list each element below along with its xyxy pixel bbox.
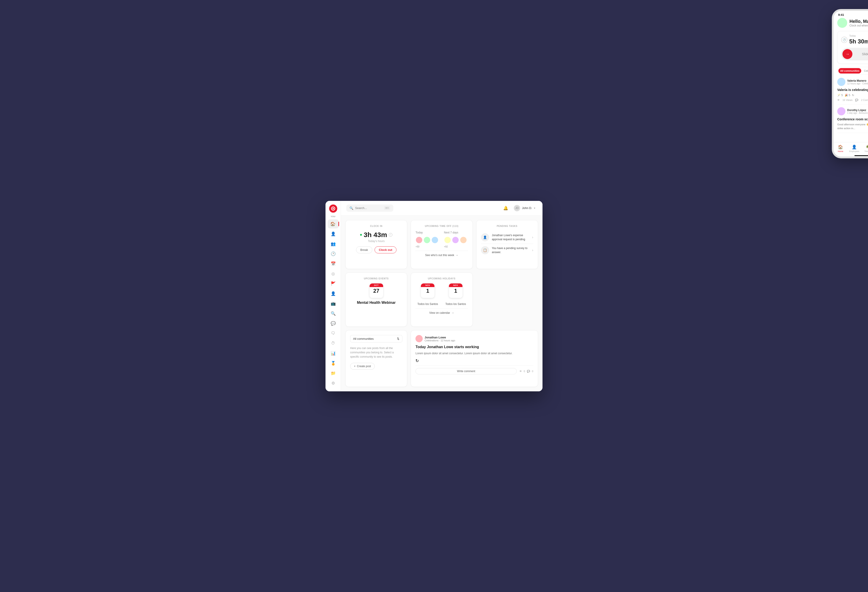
task-item[interactable]: 📋 You have a pending survey to answer. › (481, 244, 533, 256)
arrow-right-icon: → (452, 311, 454, 314)
flag-icon: 🚩 (331, 281, 336, 286)
sidebar-item-home[interactable]: 🏠 › (328, 219, 339, 228)
sidebar-item-user2[interactable]: 👤 (328, 289, 339, 298)
sidebar-item-chat[interactable]: 🗨 (328, 329, 339, 338)
phone-nav-timeoff[interactable]: 🌴 Time off (861, 145, 868, 152)
tab-celebrations[interactable]: Celebrations (862, 68, 868, 74)
communities-select[interactable]: All communities ⇅ (350, 335, 402, 342)
phone-nav-home[interactable]: 🏠 Home (834, 145, 847, 152)
user-menu[interactable]: JD John D. ▾ (512, 204, 537, 212)
next7-count: +92 (444, 246, 468, 248)
sidebar-item-tv[interactable]: 📺 (328, 299, 339, 308)
clock-buttons: Break Clock out (356, 246, 397, 253)
phone-clock-row: 5h 30m ∨ (849, 38, 868, 45)
party-emoji: 🎉 (845, 94, 848, 97)
holiday-day: 1 (426, 287, 429, 295)
search-input[interactable] (355, 206, 382, 210)
sidebar-item-calendar[interactable]: 📅 (328, 259, 339, 268)
sidebar-item-chart[interactable]: 📊 (328, 349, 339, 358)
phone-nav-employees[interactable]: 👤 Employees (847, 145, 861, 152)
phone-nav-timeoff-icon: 🌴 (865, 145, 868, 149)
phone-clock-card: 🕐 Today 5h 30m ∨ → Slide to clock in (837, 31, 868, 64)
tab-all-communities[interactable]: All communities (838, 68, 861, 74)
chart-icon: 📊 (331, 351, 336, 356)
notification-bell[interactable]: 🔔 (502, 204, 509, 212)
phone-post-2-avatar (837, 107, 845, 115)
slide-to-clock-in[interactable]: → Slide to clock in (841, 48, 868, 61)
holiday-month: NOV (421, 283, 434, 287)
phone-post-2-body: Good afternoon everyone 👋 In response to… (837, 123, 868, 130)
sidebar: YOU 🏠 › 👤 👥 🕐 📅 ◎ 🚩 👤 📺 🔍 (326, 201, 341, 391)
phone-greeting: Hello, Max (849, 19, 868, 24)
phone-screen: 9:41 ▐▐▐ 📶 🔋 Hello, Max Clock out when y… (834, 11, 868, 157)
reaction-wand[interactable]: 🪄 5 (837, 94, 843, 97)
phone-nav-timeoff-label: Time off (864, 150, 868, 152)
holiday-item: NOV 1 Todos los Santos (415, 283, 440, 306)
sidebar-item-clock[interactable]: 🕐 (328, 249, 339, 258)
reaction-share[interactable]: ↻ (852, 94, 854, 97)
wand-emoji: 🪄 (837, 94, 841, 97)
phone-post-1-header: Valeria Manero 12 hours ago · Celebratio… (837, 78, 868, 86)
folder-icon: 📁 (331, 371, 336, 376)
sidebar-item-person[interactable]: 👤 (328, 229, 339, 238)
user-name: John D. (522, 206, 532, 210)
sidebar-item-team[interactable]: 👥 (328, 239, 339, 249)
upcoming-time-off-card: UPCOMING TIME OFF (113) Today +50 Next 7… (411, 220, 472, 269)
phone-post-2-author-info: Dorothy López 1 day ago · Announcements (847, 109, 868, 114)
phone-user-avatar (837, 18, 847, 28)
sidebar-item-timer[interactable]: ⏱ (328, 339, 339, 348)
sidebar-item-settings[interactable]: ⚙ (328, 379, 339, 388)
view-on-calendar-link[interactable]: View on calendar → (415, 308, 468, 314)
tv-icon: 📺 (331, 301, 336, 306)
sidebar-item-badge[interactable]: 🏅 (328, 359, 339, 368)
info-icon[interactable]: i (389, 233, 393, 237)
task-arrow-icon: › (532, 235, 533, 239)
clock-icon: 🕐 (331, 251, 336, 256)
search-shortcut: ⌘K (384, 206, 390, 210)
settings-icon: ⚙ (331, 381, 335, 386)
holiday-day: 1 (454, 287, 457, 295)
phone-time: 9:41 (838, 13, 844, 16)
today-avatars (415, 237, 440, 244)
sidebar-item-check[interactable]: ◎ (328, 269, 339, 278)
sidebar-item-search[interactable]: 🔍 (328, 309, 339, 318)
today-section: Today +50 (415, 231, 440, 248)
communities-description: Here you can see posts from all the comm… (350, 346, 402, 359)
break-button[interactable]: Break (356, 246, 372, 253)
search-icon: 🔍 (350, 206, 353, 210)
task-text: Jonathan Lowe's expense approval request… (492, 233, 529, 241)
search-nav-icon: 🔍 (331, 311, 336, 316)
communities-card: All communities ⇅ Here you can see posts… (345, 330, 407, 386)
dashboard-grid: CLOCK IN 3h 43m i Today's hours Break Cl… (341, 216, 542, 391)
task-item[interactable]: 👤 Jonathan Lowe's expense approval reque… (481, 231, 533, 244)
see-whos-out-link[interactable]: See who's out this week → (415, 251, 468, 257)
post-avatar (415, 335, 423, 342)
slide-text: Slide to clock in (852, 52, 868, 56)
arrow-right-icon: → (455, 254, 458, 257)
reaction-party[interactable]: 🎉 5 (845, 94, 850, 97)
sidebar-item-folder[interactable]: 📁 (328, 369, 339, 378)
phone-content: Hello, Max Clock out when you stop worki… (834, 18, 868, 142)
post-reaction-emoji[interactable]: ↻ (415, 358, 533, 363)
phone-post-1-author: Valeria Manero (847, 79, 868, 82)
app-logo[interactable] (329, 204, 337, 213)
avatar (431, 237, 438, 244)
avatar (444, 237, 451, 244)
post-author: Jonathan Lowe (425, 336, 455, 339)
phone-post-1-avatar (837, 78, 845, 86)
main-content: 🔍 ⌘K 🔔 JD John D. ▾ CLOCK IN 3h 43 (341, 201, 542, 391)
holiday-item: NOV 1 Todos los Santos (443, 283, 468, 306)
clock-out-button[interactable]: Clock out (375, 246, 397, 253)
sidebar-item-message[interactable]: 💬 (328, 319, 339, 328)
write-comment-button[interactable]: Write comment (415, 368, 517, 374)
create-post-button[interactable]: + Create post (350, 363, 375, 370)
phone-bottom-nav: 🏠 Home 👤 Employees 🌴 Time off 🕐 Clock in… (834, 142, 868, 154)
sidebar-you-label: YOU (331, 215, 335, 218)
chevron-down-icon: ▾ (534, 207, 535, 210)
phone-post-2: Dorothy López 1 day ago · Announcements … (837, 107, 868, 133)
hours-display: 3h 43m (364, 231, 387, 239)
search-bar[interactable]: 🔍 ⌘K (346, 204, 393, 212)
phone-hours: 5h 30m (849, 38, 868, 45)
event-name: Mental Health Webinar (357, 300, 396, 305)
sidebar-item-flag[interactable]: 🚩 (328, 279, 339, 288)
